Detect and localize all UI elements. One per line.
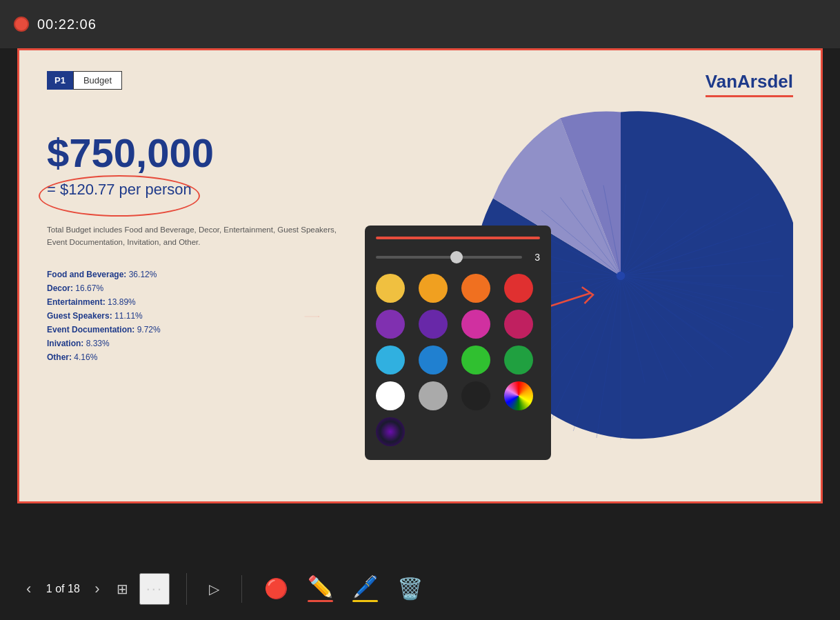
color-purple[interactable] bbox=[419, 310, 448, 339]
color-picker-popup: 3 bbox=[365, 226, 551, 460]
color-black[interactable] bbox=[461, 381, 490, 410]
slider-row: 3 bbox=[376, 252, 540, 263]
record-indicator bbox=[14, 17, 29, 32]
page-indicator: 1 of 18 bbox=[42, 583, 83, 595]
color-bar bbox=[376, 237, 540, 239]
color-green-light[interactable] bbox=[461, 346, 490, 374]
per-person-wrapper: = $120.77 per person bbox=[47, 181, 192, 211]
color-grid bbox=[376, 274, 540, 446]
color-pink[interactable] bbox=[461, 310, 490, 339]
presenter-group: ▷ bbox=[187, 575, 242, 603]
description-text: Total Budget includes Food and Beverage,… bbox=[47, 223, 337, 249]
top-bar: 00:22:06 bbox=[0, 0, 840, 48]
svg-point-45 bbox=[617, 272, 626, 281]
more-options-button[interactable]: ··· bbox=[139, 573, 170, 605]
per-person: = $120.77 per person bbox=[47, 181, 192, 199]
highlighter-icon: 🖊️ bbox=[352, 577, 378, 597]
highlighter-underline bbox=[352, 600, 378, 602]
eraser-icon: 🗑️ bbox=[397, 579, 423, 599]
laser-pointer-icon: 🔴 bbox=[264, 579, 288, 599]
color-white[interactable] bbox=[376, 381, 405, 410]
prev-button[interactable]: ‹ bbox=[21, 576, 37, 602]
timer: 00:22:06 bbox=[37, 17, 97, 32]
grid-view-icon[interactable]: ⊞ bbox=[111, 575, 134, 603]
color-red[interactable] bbox=[504, 274, 533, 303]
color-orange[interactable] bbox=[461, 274, 490, 303]
color-purple-light[interactable] bbox=[376, 310, 405, 339]
slider-track[interactable] bbox=[376, 256, 522, 259]
color-orange-light[interactable] bbox=[419, 274, 448, 303]
pen-underline bbox=[308, 600, 333, 602]
next-button[interactable]: › bbox=[89, 576, 105, 602]
color-blue[interactable] bbox=[419, 346, 448, 374]
navigation-group: ‹ 1 of 18 › ⊞ ··· bbox=[21, 573, 187, 605]
color-cyan[interactable] bbox=[376, 346, 405, 374]
color-green[interactable] bbox=[504, 346, 533, 374]
pen-icon: ✏️ bbox=[308, 577, 333, 597]
presenter-mode-button[interactable]: ▷ bbox=[203, 575, 225, 603]
color-galaxy[interactable] bbox=[376, 417, 405, 446]
p1-badge: P1 bbox=[47, 71, 73, 90]
color-rainbow[interactable] bbox=[504, 381, 533, 410]
highlighter-tool[interactable]: 🖊️ bbox=[347, 574, 383, 605]
slide-content: P1 Budget VanArsdel $750,000 = $120.77 p… bbox=[19, 50, 821, 501]
color-gray[interactable] bbox=[419, 381, 448, 410]
color-yellow[interactable] bbox=[376, 274, 405, 303]
slider-thumb[interactable] bbox=[450, 251, 463, 263]
slider-value: 3 bbox=[529, 252, 540, 263]
slide-frame: P1 Budget VanArsdel $750,000 = $120.77 p… bbox=[17, 48, 823, 503]
budget-label: Budget bbox=[73, 71, 122, 90]
bottom-bar: ‹ 1 of 18 › ⊞ ··· ▷ 🔴 ✏️ 🖊️ 🗑️ bbox=[0, 558, 840, 620]
laser-pointer-tool[interactable]: 🔴 bbox=[259, 577, 294, 601]
color-crimson[interactable] bbox=[504, 310, 533, 339]
pen-tool[interactable]: ✏️ bbox=[302, 574, 339, 605]
tool-group: 🔴 ✏️ 🖊️ 🗑️ bbox=[242, 574, 445, 605]
eraser-tool[interactable]: 🗑️ bbox=[392, 576, 428, 602]
